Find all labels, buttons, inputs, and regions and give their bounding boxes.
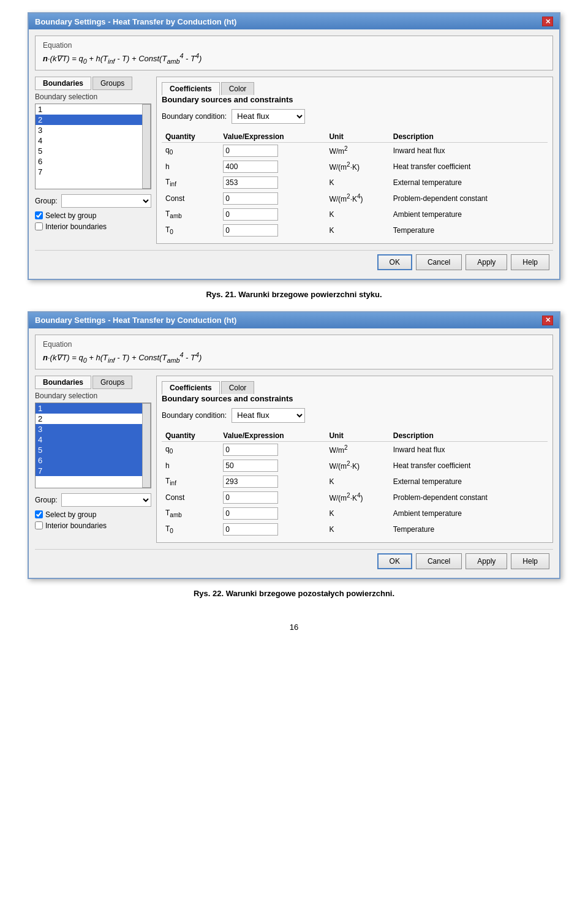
group-select-2[interactable] <box>61 493 151 507</box>
interior-boundaries-checkbox-1[interactable] <box>35 222 43 230</box>
input-t0-2[interactable] <box>223 523 278 536</box>
help-button-2[interactable]: Help <box>511 553 549 569</box>
interior-boundaries-row-2: Interior boundaries <box>35 521 151 530</box>
list-item[interactable]: 5 <box>36 146 142 156</box>
desc-const-2: Problem-dependent constant <box>390 490 548 506</box>
equation-section-2: Equation n·(k∇T) = q0 + h(Tinf - T) + Co… <box>35 335 553 369</box>
dialog2-content: Equation n·(k∇T) = q0 + h(Tinf - T) + Co… <box>29 328 559 578</box>
title-bar-1: Boundary Settings - Heat Transfer by Con… <box>29 13 559 29</box>
select-by-group-label-1: Select by group <box>45 211 96 220</box>
list-item[interactable]: 1 <box>36 403 142 414</box>
tab-color-2[interactable]: Color <box>221 381 255 394</box>
interior-boundaries-row-1: Interior boundaries <box>35 222 151 231</box>
cancel-button-2[interactable]: Cancel <box>416 553 462 569</box>
input-t0-1[interactable] <box>223 224 278 237</box>
col-desc-2: Description <box>390 430 548 442</box>
apply-button-2[interactable]: Apply <box>466 553 507 569</box>
qty-t0-2: T0 <box>162 521 219 537</box>
title-bar-2: Boundary Settings - Heat Transfer by Con… <box>29 312 559 328</box>
tab-coefficients-1[interactable]: Coefficients <box>162 82 220 96</box>
list-item[interactable]: 1 <box>36 104 142 115</box>
col-val-1: Value/Expression <box>219 131 325 143</box>
tab-groups-1[interactable]: Groups <box>92 77 132 90</box>
list-item[interactable]: 6 <box>36 455 142 466</box>
help-button-1[interactable]: Help <box>511 254 549 270</box>
col-unit-2: Unit <box>325 430 389 442</box>
list-item[interactable]: 5 <box>36 445 142 455</box>
val-const-2 <box>219 490 325 506</box>
qty-q0-1: q0 <box>162 142 219 159</box>
group-select-1[interactable] <box>61 194 151 208</box>
val-tamb-2 <box>219 506 325 521</box>
unit-const-2: W/(m2·K4) <box>325 490 389 506</box>
interior-boundaries-label-2: Interior boundaries <box>45 521 107 530</box>
dialog1-title: Boundary Settings - Heat Transfer by Con… <box>35 17 236 26</box>
right-panel-2: Coefficients Color Boundary sources and … <box>156 376 553 543</box>
tab-boundaries-2[interactable]: Boundaries <box>35 376 91 389</box>
page-number: 16 <box>290 623 298 632</box>
table-row: h W/(m2·K) Heat transfer coefficient <box>162 458 548 474</box>
qty-const-1: Const <box>162 191 219 206</box>
input-q0-2[interactable] <box>223 444 278 456</box>
list-item[interactable]: 4 <box>36 135 142 146</box>
col-desc-1: Description <box>390 131 548 143</box>
bc-condition-label-1: Boundary condition: <box>162 112 227 121</box>
val-t0-2 <box>219 521 325 537</box>
dialog1: Boundary Settings - Heat Transfer by Con… <box>28 12 560 280</box>
right-tabs-1: Coefficients Color <box>162 82 548 95</box>
val-h-1 <box>219 159 325 175</box>
desc-h-1: Heat transfer coefficient <box>390 159 548 175</box>
ok-button-1[interactable]: OK <box>377 254 412 270</box>
scrollbar-2[interactable] <box>142 403 151 488</box>
right-panel-1: Coefficients Color Boundary sources and … <box>156 77 553 244</box>
list-item[interactable]: 2 <box>36 414 142 424</box>
tab-groups-2[interactable]: Groups <box>92 376 132 389</box>
input-tinf-1[interactable] <box>223 176 278 189</box>
unit-h-1: W/(m2·K) <box>325 159 389 175</box>
select-by-group-row-1: Select by group <box>35 211 151 220</box>
tab-coefficients-2[interactable]: Coefficients <box>162 381 220 395</box>
button-row-2: OK Cancel Apply Help <box>35 549 553 572</box>
input-q0-1[interactable] <box>223 145 278 157</box>
interior-boundaries-checkbox-2[interactable] <box>35 521 43 529</box>
table-row: Const W/(m2·K4) Problem-dependent consta… <box>162 490 548 506</box>
qty-q0-2: q0 <box>162 441 219 458</box>
input-const-2[interactable] <box>223 491 278 504</box>
apply-button-1[interactable]: Apply <box>466 254 507 270</box>
list-item[interactable]: 6 <box>36 156 142 167</box>
close-button-2[interactable]: ✕ <box>542 316 553 325</box>
list-item[interactable]: 3 <box>36 125 142 135</box>
val-const-1 <box>219 191 325 206</box>
select-by-group-checkbox-1[interactable] <box>35 211 43 219</box>
list-item[interactable]: 7 <box>36 466 142 476</box>
qty-tamb-2: Tamb <box>162 506 219 521</box>
list-item[interactable]: 2 <box>36 115 142 125</box>
close-button-1[interactable]: ✕ <box>542 17 553 26</box>
list-item[interactable]: 7 <box>36 167 142 177</box>
select-by-group-checkbox-2[interactable] <box>35 510 43 518</box>
input-tinf-2[interactable] <box>223 475 278 488</box>
qty-const-2: Const <box>162 490 219 506</box>
qty-tinf-2: Tinf <box>162 474 219 490</box>
input-h-2[interactable] <box>223 460 278 472</box>
group-label-2: Group: <box>35 496 58 504</box>
input-tamb-2[interactable] <box>223 507 278 520</box>
scrollbar-1[interactable] <box>142 104 151 189</box>
input-tamb-1[interactable] <box>223 208 278 221</box>
list-item[interactable]: 4 <box>36 434 142 445</box>
bc-condition-select-1[interactable]: Heat flux <box>232 109 305 124</box>
input-const-1[interactable] <box>223 192 278 205</box>
input-h-1[interactable] <box>223 161 278 173</box>
val-tinf-1 <box>219 175 325 191</box>
cancel-button-1[interactable]: Cancel <box>416 254 462 270</box>
group-row-1: Group: <box>35 194 151 208</box>
desc-tinf-2: External temperature <box>390 474 548 490</box>
list-item[interactable]: 3 <box>36 424 142 434</box>
tab-boundaries-1[interactable]: Boundaries <box>35 77 91 90</box>
unit-tinf-1: K <box>325 175 389 191</box>
ok-button-2[interactable]: OK <box>377 553 412 569</box>
tab-color-1[interactable]: Color <box>221 82 255 95</box>
desc-tinf-1: External temperature <box>390 175 548 191</box>
unit-tinf-2: K <box>325 474 389 490</box>
bc-condition-select-2[interactable]: Heat flux <box>232 408 305 423</box>
